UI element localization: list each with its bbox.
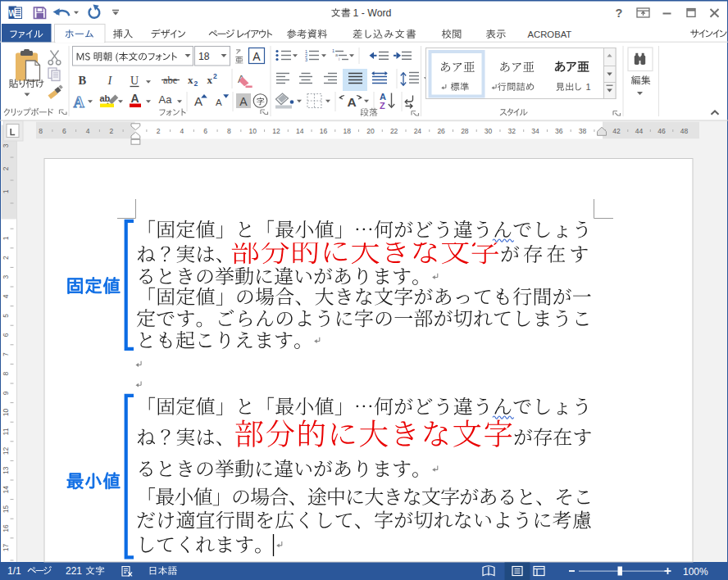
svg-text:i: i bbox=[339, 57, 339, 61]
svg-text:A: A bbox=[216, 97, 222, 107]
svg-text:A: A bbox=[348, 95, 357, 109]
svg-text:A: A bbox=[74, 94, 85, 111]
svg-text:24: 24 bbox=[414, 127, 422, 135]
svg-text:7: 7 bbox=[2, 352, 10, 356]
svg-text:18: 18 bbox=[343, 127, 351, 135]
svg-text:2: 2 bbox=[2, 256, 10, 260]
svg-text:4: 4 bbox=[2, 294, 10, 298]
svg-text:5: 5 bbox=[2, 314, 10, 318]
svg-text:17: 17 bbox=[2, 544, 10, 552]
svg-text:A: A bbox=[239, 95, 248, 108]
svg-text:22: 22 bbox=[390, 127, 398, 135]
svg-text:26: 26 bbox=[437, 127, 445, 135]
svg-text:6: 6 bbox=[203, 127, 207, 135]
svg-text:B: B bbox=[79, 74, 87, 87]
svg-text:20: 20 bbox=[366, 127, 375, 135]
svg-text:13: 13 bbox=[2, 466, 10, 474]
svg-text:100%: 100% bbox=[683, 566, 708, 578]
svg-text:6: 6 bbox=[62, 127, 66, 135]
svg-text:44: 44 bbox=[635, 127, 644, 135]
svg-text:Aa: Aa bbox=[159, 93, 173, 106]
svg-text:42: 42 bbox=[612, 127, 621, 135]
svg-text:2: 2 bbox=[157, 127, 161, 135]
svg-text:3: 3 bbox=[305, 57, 307, 62]
svg-text:1 - Word: 1 - Word bbox=[353, 7, 392, 19]
svg-text:28: 28 bbox=[461, 127, 469, 135]
svg-text:4: 4 bbox=[180, 127, 184, 135]
svg-text:ab: ab bbox=[100, 93, 111, 103]
svg-text:2: 2 bbox=[194, 79, 198, 88]
svg-text:3: 3 bbox=[2, 143, 10, 147]
svg-text:Z: Z bbox=[380, 101, 385, 111]
svg-text:14: 14 bbox=[296, 127, 304, 135]
svg-text:12: 12 bbox=[272, 127, 280, 135]
svg-text:16: 16 bbox=[2, 524, 10, 532]
svg-text:38: 38 bbox=[579, 127, 587, 135]
svg-text:1/1: 1/1 bbox=[7, 565, 21, 577]
svg-text:x: x bbox=[207, 74, 213, 86]
svg-text:9: 9 bbox=[2, 391, 10, 395]
svg-text:1: 1 bbox=[586, 82, 591, 92]
svg-text:18: 18 bbox=[198, 51, 210, 62]
svg-text:8: 8 bbox=[39, 127, 43, 135]
svg-text:14: 14 bbox=[2, 486, 10, 494]
svg-text:11: 11 bbox=[2, 428, 10, 435]
svg-text:6: 6 bbox=[2, 333, 10, 337]
svg-text:A: A bbox=[253, 50, 261, 63]
svg-text:x: x bbox=[188, 74, 193, 86]
svg-text:10: 10 bbox=[248, 127, 257, 135]
svg-text:A: A bbox=[131, 92, 139, 105]
svg-text:3: 3 bbox=[2, 275, 10, 279]
svg-text:1: 1 bbox=[2, 236, 10, 240]
svg-text:U: U bbox=[130, 75, 139, 87]
svg-text:48: 48 bbox=[680, 127, 689, 135]
svg-text:A: A bbox=[194, 94, 202, 108]
svg-text:34: 34 bbox=[531, 127, 539, 135]
svg-text:1: 1 bbox=[2, 189, 10, 193]
svg-text:32: 32 bbox=[508, 127, 516, 135]
svg-text:16: 16 bbox=[320, 127, 328, 135]
svg-text:8: 8 bbox=[2, 372, 10, 376]
svg-text:221: 221 bbox=[66, 565, 82, 577]
svg-text:36: 36 bbox=[555, 127, 563, 135]
svg-text:15: 15 bbox=[2, 505, 10, 513]
svg-text:2: 2 bbox=[213, 72, 217, 80]
svg-text:30: 30 bbox=[485, 127, 493, 135]
svg-text:8: 8 bbox=[227, 127, 231, 135]
svg-text:1: 1 bbox=[332, 48, 334, 53]
svg-text:ACROBAT: ACROBAT bbox=[528, 29, 572, 39]
svg-text:?: ? bbox=[616, 7, 623, 20]
svg-text:2: 2 bbox=[2, 166, 10, 170]
svg-text:2: 2 bbox=[109, 127, 113, 135]
svg-text:46: 46 bbox=[657, 127, 666, 135]
svg-text:4: 4 bbox=[86, 127, 90, 135]
svg-text:12: 12 bbox=[2, 447, 10, 455]
svg-text:W: W bbox=[8, 9, 16, 18]
svg-text:10: 10 bbox=[2, 408, 10, 416]
